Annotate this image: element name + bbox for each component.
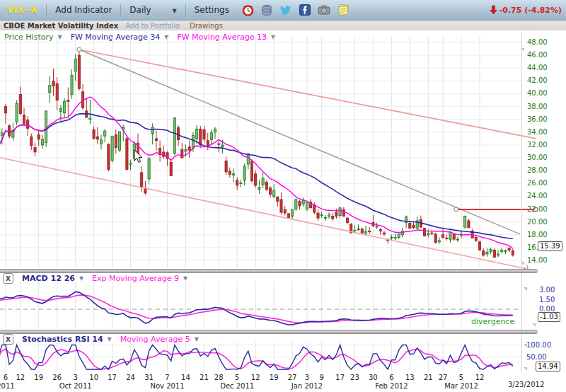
date-tick-label: 23 xyxy=(350,374,359,381)
price-axis-label: 28.00 xyxy=(527,166,548,174)
month-label: Oct 2011 xyxy=(59,382,92,390)
macd-line xyxy=(0,292,513,325)
axis-divider xyxy=(521,31,522,372)
date-tick-label: 30 xyxy=(369,374,378,381)
scale-arrow-icon[interactable] xyxy=(524,287,527,291)
price-axis-label: 36.00 xyxy=(527,115,548,123)
close-icon[interactable]: X xyxy=(3,273,13,284)
stoch-ma-line xyxy=(0,349,513,369)
macd-panel-header: X MACD 12 26 ▼ Exp Moving Average 9 ▼ xyxy=(3,273,193,284)
date-tick-label: 13 xyxy=(405,374,415,381)
macd-title[interactable]: MACD 12 26 xyxy=(22,274,75,283)
chevron-down-icon[interactable]: ▼ xyxy=(108,336,112,342)
price-axis-label: 24.00 xyxy=(527,192,548,200)
chevron-down-icon[interactable]: ▼ xyxy=(79,275,83,282)
price-axis-label: 14.00 xyxy=(527,256,548,264)
date-tick-label: 7 xyxy=(165,374,169,381)
stoch-panel-header: X Stochastics RSI 14 ▼ Moving Average 5 … xyxy=(3,334,204,345)
date-tick-label: 12 xyxy=(475,374,485,381)
drawing-handle-icon[interactable] xyxy=(454,207,458,212)
date-tick-label: 31 xyxy=(144,374,154,381)
date-tick-label: 10 xyxy=(89,374,98,381)
date-tick-label: 12 xyxy=(16,374,25,381)
month-label: Jan 2012 xyxy=(291,382,323,390)
date-tick-label: 3 xyxy=(73,374,77,381)
divergence-annotation[interactable]: divergence xyxy=(471,317,514,326)
price-axis-label: 32.00 xyxy=(527,141,548,149)
date-tick-label: 5 xyxy=(459,374,463,381)
date-tick-label: 19 xyxy=(34,374,43,381)
scale-arrow-icon[interactable] xyxy=(521,262,524,265)
vertical-gridlines xyxy=(6,37,480,371)
date-tick-label: 9 xyxy=(319,374,323,381)
month-label: Mar 2012 xyxy=(444,382,478,390)
price-axis-label: 26.00 xyxy=(527,179,548,187)
month-label: Nov 2011 xyxy=(150,382,184,390)
date-tick-label: 21 xyxy=(200,374,209,381)
stoch-title[interactable]: Stochastics RSI 14 xyxy=(22,335,103,344)
date-tick-label: 17 xyxy=(335,374,345,381)
date-tick-label: 6 xyxy=(389,374,393,381)
scale-arrow-icon[interactable] xyxy=(521,48,524,52)
price-axis-label: 46.00 xyxy=(527,51,548,59)
date-tick-label: 24 xyxy=(126,374,135,381)
month-label: Dec 2011 xyxy=(220,382,254,390)
price-axis-label: 34.00 xyxy=(527,128,548,136)
month-label: 2011 xyxy=(0,382,15,390)
macd-overlay-title[interactable]: Exp Moving Average 9 xyxy=(92,274,179,283)
macd-value-box: -1.03 xyxy=(538,312,560,322)
stoch-axis-label: 100.00 xyxy=(526,341,551,349)
last-date-label: 3/23/2012 xyxy=(508,381,544,388)
chevron-down-icon[interactable]: ▼ xyxy=(183,275,187,282)
date-tick-label: 26 xyxy=(52,374,62,381)
close-icon[interactable]: X xyxy=(3,334,13,345)
date-tick-label: 28 xyxy=(214,374,224,381)
drawing-handle-icon[interactable] xyxy=(77,47,81,52)
chevron-down-icon[interactable]: ▼ xyxy=(195,336,199,342)
date-tick-label: 21 xyxy=(424,374,433,381)
scale-arrow-icon[interactable] xyxy=(532,323,536,327)
date-tick-label: 19 xyxy=(270,374,279,381)
charting-application: VIX--X Add Indicator Daily ▼ Settings xyxy=(0,0,566,392)
date-tick-label: 12 xyxy=(251,374,260,381)
stoch-overlay-title[interactable]: Moving Average 5 xyxy=(120,335,190,344)
price-axis-label: 48.00 xyxy=(527,38,548,46)
month-label: Feb 2012 xyxy=(375,382,408,390)
price-axis-label: 20.00 xyxy=(527,218,548,226)
price-axis-label: 22.00 xyxy=(527,205,548,213)
date-tick-label: 17 xyxy=(108,374,117,381)
date-tick-label: 5 xyxy=(235,374,239,381)
stoch-value-box: 14.94 xyxy=(536,362,560,371)
macd-axis-label: 1.50 xyxy=(539,296,555,304)
date-tick-label: 27 xyxy=(288,374,297,381)
price-axis-label: 18.00 xyxy=(527,231,548,238)
price-axis-label: 38.00 xyxy=(527,103,548,110)
stoch-axis-label: 50.00 xyxy=(526,353,547,361)
macd-axis-label: 3.00 xyxy=(539,286,555,294)
channel-lower-trendline[interactable] xyxy=(0,157,529,270)
price-axis-label: 42.00 xyxy=(527,76,548,84)
price-axis-label: 44.00 xyxy=(527,64,548,71)
date-tick-label: 3 xyxy=(305,374,309,381)
price-axis-label: 40.00 xyxy=(527,89,548,97)
price-axis-label: 30.00 xyxy=(527,154,548,161)
date-tick-label: 6 xyxy=(4,374,8,381)
scale-arrow-icon[interactable] xyxy=(524,367,527,371)
date-tick-label: 14 xyxy=(181,374,190,381)
last-price-box: 15.39 xyxy=(538,241,562,251)
date-tick-label: 27 xyxy=(439,374,448,381)
